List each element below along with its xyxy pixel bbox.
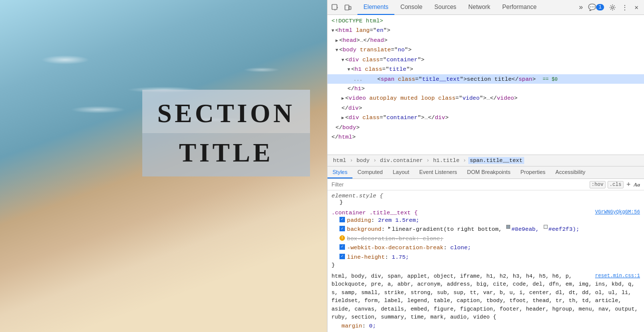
rule-source-link[interactable]: VGrWNGyQkgGM:56 — [595, 209, 640, 215]
breadcrumb-h1-title[interactable]: h1.title — [431, 157, 461, 164]
element-style-close: } — [331, 199, 640, 205]
breadcrumb-div-container[interactable]: div.container — [378, 157, 424, 164]
color-swatch-1[interactable] — [506, 225, 510, 229]
more-tabs-button[interactable]: » — [577, 2, 585, 12]
prop-line-height-checkbox[interactable] — [339, 254, 345, 259]
tab-layout[interactable]: Layout — [388, 166, 414, 178]
tab-network[interactable]: Network — [462, 0, 496, 15]
tree-doctype[interactable]: <!DOCTYPE html> — [327, 16, 644, 25]
container-rule-header: VGrWNGyQkgGM:56 .container .title__text … — [331, 209, 640, 216]
tree-html-open[interactable]: ▼<html lang="en"> — [327, 25, 644, 35]
tab-styles[interactable]: Styles — [327, 166, 352, 178]
tab-properties[interactable]: Properties — [515, 166, 550, 178]
devtools-toolbar: Elements Console Sources Network Perform… — [327, 0, 644, 15]
reset-rule: reset.min.css:1 html, body, div, span, a… — [331, 272, 640, 332]
tab-sources[interactable]: Sources — [428, 0, 462, 15]
svg-rect-0 — [332, 4, 337, 9]
tree-span-selected[interactable]: ... <span class="title__text">section ti… — [327, 74, 644, 84]
more-options-icon[interactable]: ⋮ — [619, 2, 630, 13]
svg-rect-4 — [349, 6, 351, 9]
section-title-block: SECTION — [142, 90, 310, 133]
element-style-selector: element.style { — [331, 192, 640, 199]
section-text: SECTION — [157, 99, 295, 128]
tree-h1-close[interactable]: </h1> — [327, 84, 644, 93]
notification-badge: 1 — [596, 4, 604, 10]
title-title-block: TITLE — [142, 133, 310, 176]
tab-dom-breakpoints[interactable]: DOM Breakpoints — [462, 166, 516, 178]
toolbar-icons — [329, 2, 353, 13]
color-swatch-2[interactable] — [544, 225, 548, 229]
html-tree[interactable]: <!DOCTYPE html> ▼<html lang="en"> ▶<head… — [327, 15, 644, 155]
prop-webkit-box-decoration-break: -webkit-box-decoration-break: clone; — [331, 243, 640, 252]
tree-div-close[interactable]: </div> — [327, 103, 644, 113]
styles-content[interactable]: element.style { } VGrWNGyQkgGM:56 .conta… — [327, 190, 644, 332]
settings-icon[interactable] — [607, 2, 618, 13]
tab-event-listeners[interactable]: Event Listeners — [414, 166, 462, 178]
prop-background-checkbox[interactable] — [339, 226, 345, 231]
tree-div-container[interactable]: ▼<div class="container"> — [327, 55, 644, 65]
device-toolbar-icon[interactable] — [342, 2, 353, 13]
prop-padding-checkbox[interactable] — [339, 217, 345, 222]
cls-button[interactable]: .cls — [608, 181, 624, 188]
container-rule-close: } — [331, 262, 640, 268]
text-size-icon[interactable]: Aa — [634, 181, 640, 187]
reset-selector-multi: blockquote, pre, a, abbr, acronym, addre… — [331, 280, 640, 322]
breadcrumb-html[interactable]: html — [331, 157, 347, 164]
breadcrumb-bar: html › body › div.container › h1.title ›… — [327, 155, 644, 166]
breadcrumb-body[interactable]: body — [355, 157, 371, 164]
add-style-rule-button[interactable]: + — [626, 180, 632, 188]
chat-icon: 💬 — [588, 3, 596, 11]
tree-h1[interactable]: ▼<h1 class="title"> — [327, 64, 644, 74]
container-selector: .container .title__text { — [331, 209, 418, 216]
svg-rect-3 — [345, 5, 349, 10]
filter-right-buttons: :hov .cls + Aa — [590, 180, 640, 188]
prop-webkit-checkbox[interactable] — [339, 244, 345, 250]
filter-bar: :hov .cls + Aa — [327, 179, 644, 190]
prop-box-decoration-break: box-decoration-break: clone; — [331, 234, 640, 243]
container-title-text-rule: VGrWNGyQkgGM:56 .container .title__text … — [331, 209, 640, 268]
close-devtools-icon[interactable]: ✕ — [631, 2, 642, 13]
tab-computed[interactable]: Computed — [352, 166, 388, 178]
tree-video[interactable]: ▶<video autoplay muted loop class="video… — [327, 93, 644, 103]
prop-background: background: ▶ linear-gradient(to right b… — [331, 225, 640, 234]
styles-subtabs: Styles Computed Layout Event Listeners D… — [327, 166, 644, 179]
prop-padding: padding: 2rem 1.5rem; — [331, 216, 640, 225]
toolbar-right-icons: » 💬 1 ⋮ ✕ — [577, 2, 642, 13]
tab-accessibility[interactable]: Accessibility — [551, 166, 591, 178]
tree-head[interactable]: ▶<head>…</head> — [327, 35, 644, 45]
devtools-panel: Elements Console Sources Network Perform… — [327, 0, 644, 332]
reset-rule-selector: reset.min.css:1 html, body, div, span, a… — [331, 272, 640, 281]
title-text: TITLE — [179, 139, 274, 167]
tree-html-close[interactable]: </html> — [327, 132, 644, 142]
hov-button[interactable]: :hov — [590, 181, 606, 188]
webpage-preview: SECTION TITLE — [0, 0, 327, 332]
filter-input[interactable] — [331, 181, 590, 187]
prop-box-decoration-warning — [339, 235, 345, 241]
prop-line-height: line-height: 1.75; — [331, 253, 640, 262]
tree-body-close[interactable]: </body> — [327, 123, 644, 132]
tab-elements[interactable]: Elements — [357, 0, 394, 15]
breadcrumb-span-title-text[interactable]: span.title__text — [468, 157, 524, 164]
reset-source-link[interactable]: reset.min.css:1 — [595, 272, 640, 280]
devtools-main-tabs: Elements Console Sources Network Perform… — [357, 0, 577, 15]
element-style-rule: element.style { } — [331, 192, 640, 205]
inspect-icon[interactable] — [329, 2, 340, 13]
reset-prop-margin: margin: 0; — [331, 322, 640, 331]
tree-body-open[interactable]: ▼<body translate="no"> — [327, 45, 644, 55]
page-title-overlay: SECTION TITLE — [142, 90, 310, 176]
tab-console[interactable]: Console — [394, 0, 428, 15]
tree-div-container2[interactable]: ▶<div class="container">…</div> — [327, 113, 644, 123]
svg-point-5 — [612, 6, 614, 8]
tab-performance[interactable]: Performance — [496, 0, 543, 15]
